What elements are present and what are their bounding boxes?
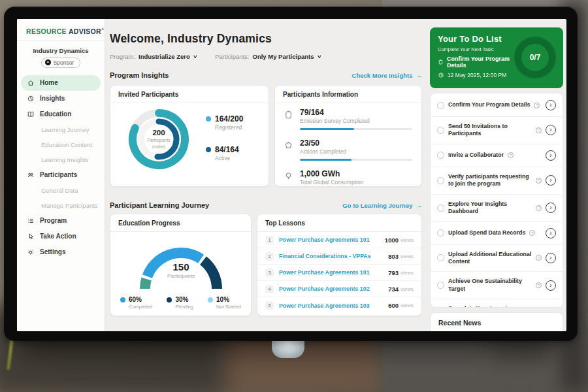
todo-item[interactable]: Confirm Your Program Details ? ›	[431, 94, 563, 117]
app-logo: RESOURCEADVISOR+	[17, 19, 105, 35]
filter-bar: Program: Industrialize Zero ∨ Participan…	[110, 53, 321, 60]
sidebar-item-general-data[interactable]: General Data	[17, 183, 105, 198]
help-icon[interactable]: ?	[536, 178, 542, 184]
participants-filter-dropdown[interactable]: Participants: Only My Participants ∨	[215, 53, 321, 60]
sidebar-item-home[interactable]: Home	[21, 75, 101, 91]
sidebar-item-insights[interactable]: Insights	[17, 91, 105, 106]
checkbox-circle-icon[interactable]	[437, 282, 444, 289]
chevron-right-icon[interactable]: ›	[546, 280, 556, 291]
section-title: Participant Learning Journey	[110, 201, 209, 209]
sidebar-item-participants[interactable]: Participants	[17, 167, 105, 183]
monitor-bezel: RESOURCEADVISOR+ Industry Dynamics ✶ Spo…	[4, 7, 578, 341]
participants-information-card: Participants Information 79/164 Emission…	[274, 85, 422, 187]
page-title: Welcome, Industry Dynamics	[110, 32, 272, 46]
todo-summary-card: Your To Do List Complete Your Next Task:…	[430, 27, 563, 88]
legend-not-started: 10%Not Started	[208, 296, 241, 310]
todo-item[interactable]: Invite a Collaborator ? ›	[431, 144, 563, 167]
checkbox-circle-icon[interactable]	[437, 102, 444, 109]
lesson-link[interactable]: Financial Considerations - VPPAs	[279, 253, 388, 259]
check-more-insights-link[interactable]: Check More Insights→	[352, 72, 422, 79]
sidebar-item-label: Participants	[40, 171, 77, 178]
checkbox-circle-icon[interactable]	[437, 152, 444, 159]
todo-item[interactable]: Explore Your Insights Dashboard ? ›	[431, 195, 563, 222]
gauge-seg-0	[145, 279, 146, 289]
participants-filter-label: Participants:	[215, 53, 249, 60]
help-icon[interactable]: ?	[529, 230, 535, 236]
legend-dot	[167, 297, 172, 302]
sidebar-item-settings[interactable]: Settings	[17, 244, 105, 260]
sidebar-item-education-content[interactable]: Education Content	[17, 137, 105, 152]
help-icon[interactable]: ?	[536, 127, 542, 133]
todo-item[interactable]: Upload Spend Data Records ? ›	[431, 222, 563, 245]
sidebar-item-label: Education	[40, 110, 71, 118]
chevron-right-icon[interactable]: ›	[546, 150, 556, 161]
sidebar-item-label: Learning Journey	[41, 126, 89, 133]
program-filter-dropdown[interactable]: Program: Industrialize Zero ∨	[110, 53, 197, 60]
stat-row-actions: 23/50 Actions Completed	[275, 134, 421, 165]
program-filter-value: Industrialize Zero	[139, 53, 190, 60]
help-icon[interactable]: ?	[508, 152, 514, 158]
chevron-right-icon[interactable]: ›	[546, 203, 556, 213]
progress-fill	[300, 159, 351, 161]
todo-next-task: Confirm Your Program Details	[438, 56, 521, 69]
go-to-learning-journey-link[interactable]: Go to Learning Journey→	[342, 202, 422, 209]
sidebar-item-learning-insights[interactable]: Learning Insights	[17, 152, 105, 167]
take-action-icon	[27, 233, 35, 240]
lesson-row: 1 Power Purchase Agreements 101 1000 vie…	[257, 232, 421, 248]
sidebar-item-education[interactable]: Education	[17, 106, 105, 122]
card-title: Top Lessons	[257, 214, 421, 232]
sidebar-item-label: Education Content	[41, 141, 92, 148]
sidebar-item-learning-journey[interactable]: Learning Journey	[17, 122, 105, 137]
sidebar-item-take-action[interactable]: Take Action	[17, 229, 105, 244]
sidebar-item-label: Settings	[40, 248, 65, 255]
checkbox-circle-icon[interactable]	[437, 127, 444, 134]
participants-icon	[27, 171, 35, 179]
checkbox-circle-icon[interactable]	[437, 177, 444, 184]
lesson-link[interactable]: Power Purchase Agreements 103	[279, 302, 388, 309]
help-icon[interactable]: ?	[536, 282, 542, 288]
scene: RESOURCEADVISOR+ Industry Dynamics ✶ Spo…	[0, 0, 588, 392]
sponsor-icon: ✶	[45, 59, 51, 65]
todo-item[interactable]: Send 50 Invitations to Participants ? ›	[431, 117, 563, 144]
todo-item[interactable]: Achieve One Sustainability Target ? ›	[431, 272, 563, 299]
todo-list-card: Confirm Your Program Details ? › Send 50…	[430, 93, 563, 308]
lesson-link[interactable]: Power Purchase Agreements 101	[279, 269, 388, 276]
learning-journey-header: Participant Learning Journey Go to Learn…	[110, 201, 422, 209]
clipboard-icon	[438, 59, 444, 65]
progress-fill	[300, 128, 354, 130]
card-title: Invited Participants	[110, 86, 269, 103]
lesson-link[interactable]: Power Purchase Agreements 102	[279, 286, 388, 292]
checkbox-circle-icon[interactable]	[437, 229, 444, 237]
help-icon[interactable]: ?	[536, 205, 542, 211]
actions-icon	[284, 140, 293, 150]
chevron-right-icon[interactable]: ›	[546, 228, 556, 238]
sidebar-item-manage-participants[interactable]: Manage Participants	[17, 198, 105, 213]
todo-item[interactable]: Verify participants requesting to join t…	[431, 167, 563, 195]
todo-progress-ring: 0/7	[515, 37, 555, 78]
card-title: Education Progress	[110, 214, 251, 232]
chevron-right-icon[interactable]: ›	[546, 100, 556, 110]
todo-item[interactable]: Upload Additional Educational Content ? …	[431, 245, 563, 272]
education-gauge-chart: 150 Participants	[125, 231, 237, 294]
sidebar-item-label: Learning Insights	[41, 156, 88, 163]
checkbox-circle-icon[interactable]	[437, 204, 444, 212]
stat-row-emission-survey: 79/164 Emission Survey Completed	[275, 103, 421, 134]
help-icon[interactable]: ?	[536, 255, 542, 261]
chevron-right-icon[interactable]: ›	[546, 125, 556, 135]
insights-icon	[27, 95, 35, 103]
chevron-right-icon[interactable]: ›	[546, 175, 556, 186]
chevron-right-icon[interactable]: ›	[546, 253, 556, 263]
chevron-down-icon: ∨	[316, 54, 321, 59]
rank-badge: 1	[265, 236, 274, 244]
checkbox-circle-icon[interactable]	[437, 254, 444, 261]
help-icon[interactable]: ?	[534, 103, 540, 108]
lesson-link[interactable]: Power Purchase Agreements 101	[279, 237, 385, 243]
lesson-row: 2 Financial Considerations - VPPAs 803 v…	[257, 248, 421, 265]
arrow-right-icon: →	[416, 202, 423, 209]
arrow-right-icon: →	[416, 72, 423, 79]
invited-donut-chart: 200 ParticipantsInvited	[123, 104, 194, 174]
todo-item[interactable]: Complete Your Learning Journey ? ›	[431, 299, 563, 308]
sidebar-item-program[interactable]: Program	[17, 213, 105, 229]
legend-dot	[206, 116, 211, 122]
rank-badge: 5	[265, 301, 274, 310]
